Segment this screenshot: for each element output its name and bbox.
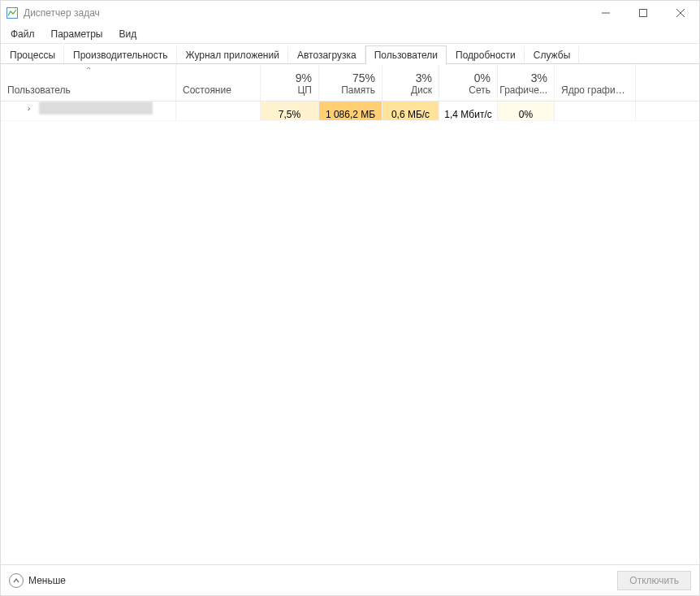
- col-header-cpu-label: ЦП: [297, 84, 312, 96]
- minimize-button[interactable]: [587, 1, 624, 25]
- col-header-gpu-label: Графиче...: [499, 84, 547, 96]
- col-header-disk-pct: 3%: [416, 71, 432, 84]
- col-header-network-label: Сеть: [469, 84, 490, 96]
- disconnect-button: Отключить: [617, 571, 691, 590]
- footer: Меньше Отключить: [1, 564, 699, 595]
- app-icon: [6, 6, 19, 19]
- col-header-user-label: Пользователь: [7, 84, 71, 96]
- col-header-disk-label: Диск: [411, 84, 432, 96]
- tab-performance[interactable]: Производительность: [64, 45, 176, 64]
- col-header-memory[interactable]: 75% Память: [319, 64, 382, 101]
- cell-gpu-engine: [555, 101, 636, 120]
- tab-services[interactable]: Службы: [525, 45, 579, 64]
- sort-indicator-icon: ⌃: [85, 66, 92, 75]
- content-area: ⌃ Пользователь Состояние 9% ЦП 75% Памят…: [1, 64, 699, 564]
- cell-status: [176, 101, 261, 120]
- col-header-gpu-engine[interactable]: Ядро графиче...: [555, 64, 636, 101]
- col-header-memory-label: Память: [341, 84, 375, 96]
- window-title: Диспетчер задач: [24, 7, 100, 19]
- menubar: Файл Параметры Вид: [1, 25, 699, 43]
- titlebar: Диспетчер задач: [1, 1, 699, 25]
- cell-cpu: 7,5%: [261, 101, 319, 120]
- menu-options[interactable]: Параметры: [45, 27, 110, 41]
- col-header-cpu-pct: 9%: [296, 71, 312, 84]
- tab-details[interactable]: Подробности: [447, 45, 525, 64]
- col-header-user[interactable]: ⌃ Пользователь: [1, 64, 176, 101]
- col-header-gpu-engine-label: Ядро графиче...: [561, 84, 629, 96]
- tab-processes[interactable]: Процессы: [1, 45, 64, 64]
- maximize-button[interactable]: [624, 1, 662, 25]
- table-body: › 7,5% 1 086,2 МБ 0,6 МБ/с 1,4 Мбит/с 0%: [1, 101, 699, 564]
- close-button[interactable]: [662, 1, 699, 25]
- chevron-up-icon: [9, 573, 24, 588]
- table-row[interactable]: › 7,5% 1 086,2 МБ 0,6 МБ/с 1,4 Мбит/с 0%: [1, 101, 699, 121]
- tab-users[interactable]: Пользователи: [365, 45, 447, 65]
- col-header-disk[interactable]: 3% Диск: [382, 64, 439, 101]
- col-header-network[interactable]: 0% Сеть: [439, 64, 498, 101]
- menu-view[interactable]: Вид: [112, 27, 143, 41]
- user-name-redacted: [39, 101, 153, 114]
- fewer-details-button[interactable]: Меньше: [9, 573, 66, 588]
- cell-user: ›: [1, 101, 176, 120]
- col-header-network-pct: 0%: [474, 71, 490, 84]
- menu-file[interactable]: Файл: [4, 27, 41, 41]
- col-header-memory-pct: 75%: [352, 71, 375, 84]
- tab-bar: Процессы Производительность Журнал прило…: [1, 43, 699, 64]
- cell-network: 1,4 Мбит/с: [439, 101, 498, 120]
- cell-gpu: 0%: [498, 101, 555, 120]
- col-header-cpu[interactable]: 9% ЦП: [261, 64, 319, 101]
- tab-app-history[interactable]: Журнал приложений: [177, 45, 288, 64]
- col-header-gpu-pct: 3%: [531, 71, 547, 84]
- cell-memory: 1 086,2 МБ: [319, 101, 382, 120]
- table-header: ⌃ Пользователь Состояние 9% ЦП 75% Памят…: [1, 64, 699, 101]
- col-header-gpu[interactable]: 3% Графиче...: [498, 64, 555, 101]
- window-controls: [587, 1, 699, 25]
- cell-disk: 0,6 МБ/с: [382, 101, 439, 120]
- expand-toggle-icon[interactable]: ›: [24, 103, 34, 113]
- fewer-details-label: Меньше: [28, 575, 66, 586]
- svg-rect-2: [640, 10, 647, 17]
- col-header-status[interactable]: Состояние: [176, 64, 261, 101]
- tab-startup[interactable]: Автозагрузка: [288, 45, 365, 64]
- col-header-status-label: Состояние: [183, 84, 253, 96]
